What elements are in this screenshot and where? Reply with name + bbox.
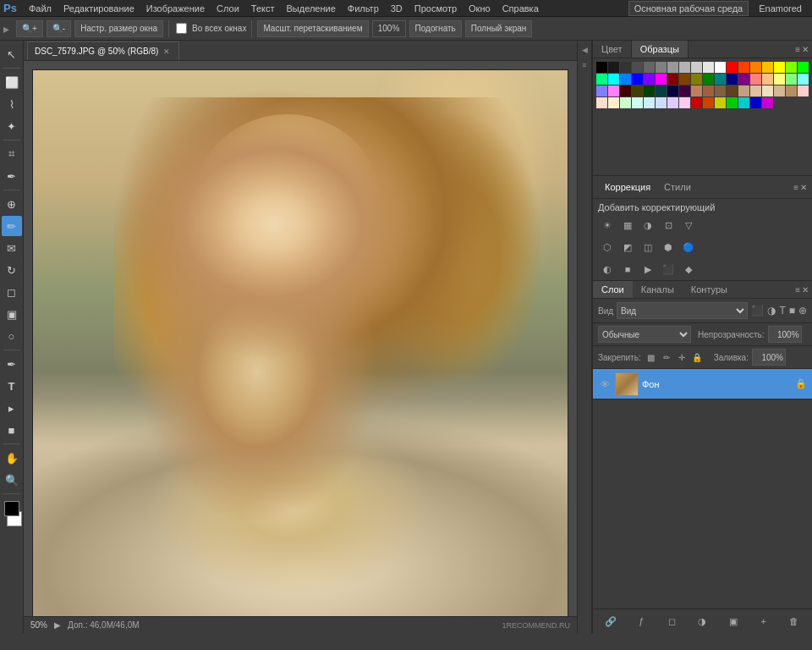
color-swatch[interactable] (738, 74, 749, 85)
color-swatch[interactable] (620, 62, 631, 73)
color-swatch[interactable] (644, 85, 655, 96)
color-swatch[interactable] (691, 74, 702, 85)
fit-window-button[interactable]: Настр. размер окна (74, 20, 163, 37)
color-swatch[interactable] (715, 62, 726, 73)
menu-help[interactable]: Справка (497, 0, 544, 17)
hue-sat-icon[interactable]: ⬡ (598, 238, 617, 256)
crop-tool[interactable]: ⌗ (2, 144, 22, 164)
color-swatch[interactable] (656, 62, 667, 73)
color-swatch[interactable] (644, 62, 655, 73)
threshold-icon[interactable]: ⬛ (659, 260, 678, 278)
color-swatch[interactable] (620, 85, 631, 96)
brush-tool[interactable]: ✏ (2, 216, 22, 236)
posterize-icon[interactable]: ▶ (639, 260, 657, 278)
heal-tool[interactable]: ⊕ (2, 194, 22, 214)
brightness-contrast-icon[interactable]: ☀ (598, 216, 617, 234)
color-swatch[interactable] (632, 85, 643, 96)
color-swatch[interactable] (644, 97, 655, 108)
color-swatch[interactable] (762, 85, 773, 96)
color-swatch[interactable] (644, 74, 655, 85)
menu-window[interactable]: Окно (464, 0, 496, 17)
color-swatch[interactable] (798, 74, 809, 85)
selective-color-icon[interactable]: ◆ (679, 260, 698, 278)
filter-text-icon[interactable]: T (779, 305, 785, 317)
color-swatch[interactable] (608, 62, 619, 73)
layer-row-background[interactable]: 👁 Фон 🔒 (593, 369, 812, 399)
color-swatch[interactable] (703, 85, 714, 96)
filter-adj-icon[interactable]: ◑ (767, 305, 776, 317)
menu-view[interactable]: Просмотр (409, 0, 462, 17)
tab-color[interactable]: Цвет (593, 41, 632, 58)
color-swatch[interactable] (691, 97, 702, 108)
text-tool[interactable]: T (2, 376, 22, 396)
add-link-icon[interactable]: 🔗 (601, 612, 620, 631)
color-swatch[interactable] (620, 74, 631, 85)
layers-close-icon[interactable]: ✕ (802, 285, 809, 295)
color-swatch[interactable] (774, 85, 785, 96)
history-brush-tool[interactable]: ↻ (2, 260, 22, 280)
menu-3d[interactable]: 3D (386, 0, 408, 17)
color-swatch[interactable] (774, 74, 785, 85)
color-swatch[interactable] (667, 97, 678, 108)
color-swatch[interactable] (632, 97, 643, 108)
color-swatch[interactable] (656, 85, 667, 96)
add-mask-icon[interactable]: ◻ (662, 612, 681, 631)
zoom-tool[interactable]: 🔍 (2, 470, 22, 490)
menu-file[interactable]: Файл (24, 0, 57, 17)
color-swatch[interactable] (596, 97, 607, 108)
eyedropper-tool[interactable]: ✒ (2, 166, 22, 186)
color-swatch[interactable] (738, 97, 749, 108)
color-swatch[interactable] (656, 74, 667, 85)
color-swatch[interactable] (798, 62, 809, 73)
correction-close-icon[interactable]: ✕ (800, 183, 807, 192)
color-swatch[interactable] (691, 62, 702, 73)
add-layer-icon[interactable]: + (754, 612, 773, 631)
color-swatch[interactable] (738, 62, 749, 73)
color-swatch[interactable] (620, 97, 631, 108)
color-swatch[interactable] (786, 62, 797, 73)
color-swatch[interactable] (596, 62, 607, 73)
invert-icon[interactable]: ■ (618, 260, 637, 278)
color-swatch[interactable] (727, 74, 738, 85)
menu-image[interactable]: Изображение (141, 0, 210, 17)
exposure-icon[interactable]: ⊡ (659, 216, 678, 234)
color-balance-icon[interactable]: ◩ (618, 238, 637, 256)
color-swatch[interactable] (762, 97, 773, 108)
fullscreen-button[interactable]: Полный экран (465, 20, 533, 37)
add-group-icon[interactable]: ▣ (724, 612, 743, 631)
drag-zoom-button[interactable]: Масшт. перетаскиванием (257, 20, 368, 37)
lock-transparent-button[interactable]: ▩ (645, 350, 658, 364)
color-swatch[interactable] (786, 74, 797, 85)
lock-position-button[interactable]: ✛ (675, 350, 689, 364)
color-swatch[interactable] (632, 62, 643, 73)
color-swatch[interactable] (667, 85, 678, 96)
tab-swatches[interactable]: Образцы (632, 41, 689, 58)
color-swatch[interactable] (786, 85, 797, 96)
workspace-label[interactable]: Основная рабочая среда (628, 1, 749, 16)
clone-tool[interactable]: ✉ (2, 238, 22, 258)
color-swatch[interactable] (632, 74, 643, 85)
add-adj-icon[interactable]: ◑ (693, 612, 711, 631)
color-swatch[interactable] (703, 74, 714, 85)
fit-button[interactable]: Подогнать (409, 20, 462, 37)
panel-options-icon[interactable]: ≡ (795, 45, 800, 54)
zoom-in-button[interactable]: 🔍+ (16, 20, 43, 37)
color-swatch[interactable] (727, 97, 738, 108)
menu-select[interactable]: Выделение (282, 0, 341, 17)
color-swatch[interactable] (691, 85, 702, 96)
blend-mode-select[interactable]: Обычные (598, 326, 691, 343)
color-swatch[interactable] (715, 97, 726, 108)
menu-filter[interactable]: Фильтр (343, 0, 384, 17)
menu-edit[interactable]: Редактирование (58, 0, 140, 17)
color-swatch[interactable] (750, 62, 761, 73)
tab-layers[interactable]: Слои (593, 281, 633, 298)
menu-layers[interactable]: Слои (211, 0, 244, 17)
layer-visibility-icon[interactable]: 👁 (598, 377, 612, 391)
color-swatch[interactable] (656, 97, 667, 108)
filter-shape-icon[interactable]: ■ (789, 305, 795, 317)
menu-text[interactable]: Текст (246, 0, 280, 17)
eraser-tool[interactable]: ◻ (2, 282, 22, 302)
color-swatch[interactable] (608, 85, 619, 96)
panel-collapse-icon[interactable]: ◀ (579, 44, 590, 56)
correction-options-icon[interactable]: ≡ (793, 183, 798, 192)
